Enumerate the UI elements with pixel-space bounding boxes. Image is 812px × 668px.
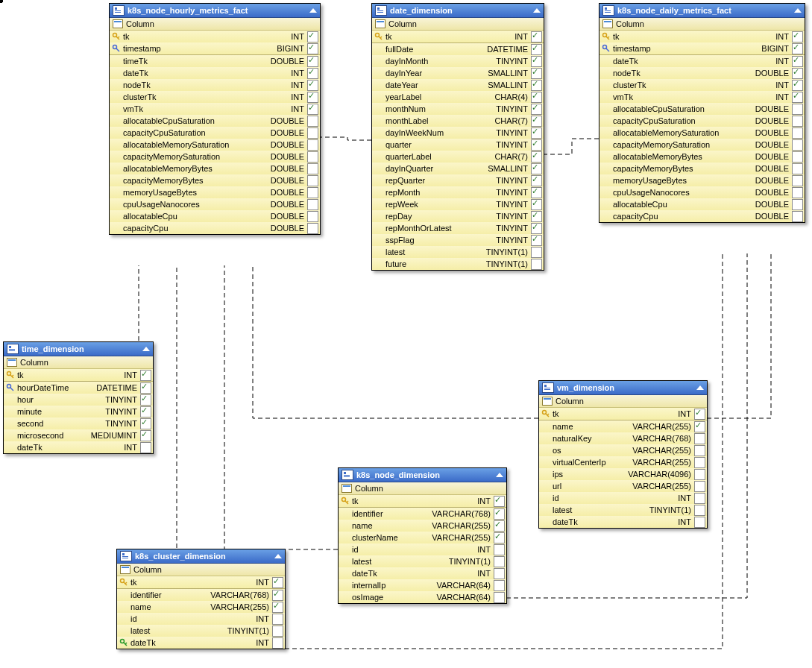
null-checkbox[interactable] bbox=[531, 211, 542, 222]
column-row[interactable]: identifierVARCHAR(768) bbox=[117, 588, 285, 601]
column-row[interactable]: osImageVARCHAR(64) bbox=[339, 591, 506, 603]
column-row[interactable]: dayInMonthTINYINT bbox=[372, 55, 544, 67]
column-row[interactable]: naturalKeyVARCHAR(768) bbox=[539, 432, 707, 444]
column-row[interactable]: allocatableCpuSaturationDOUBLE bbox=[110, 115, 320, 127]
column-row[interactable]: tkINT bbox=[339, 495, 506, 507]
column-row[interactable]: virtualCenterIpVARCHAR(255) bbox=[539, 456, 707, 468]
null-checkbox[interactable] bbox=[272, 614, 283, 625]
column-row[interactable]: latestTINYINT(1) bbox=[372, 246, 544, 258]
null-checkbox[interactable] bbox=[140, 394, 151, 406]
column-row[interactable]: timestampBIGINT bbox=[599, 42, 805, 54]
null-checkbox[interactable] bbox=[531, 151, 542, 163]
null-checkbox[interactable] bbox=[307, 163, 318, 174]
column-row[interactable]: allocatableMemoryBytesDOUBLE bbox=[599, 151, 805, 163]
column-row[interactable]: capacityCpuSaturationDOUBLE bbox=[110, 127, 320, 139]
column-row[interactable]: latestTINYINT(1) bbox=[339, 555, 506, 567]
column-row[interactable]: capacityCpuDOUBLE bbox=[599, 210, 805, 222]
null-checkbox[interactable] bbox=[792, 127, 803, 139]
column-row[interactable]: memoryUsageBytesDOUBLE bbox=[110, 186, 320, 198]
column-row[interactable]: dayInQuarterSMALLINT bbox=[372, 163, 544, 174]
null-checkbox[interactable] bbox=[694, 409, 705, 420]
column-row[interactable]: quarterTINYINT bbox=[372, 139, 544, 151]
collapse-icon[interactable] bbox=[309, 8, 317, 13]
null-checkbox[interactable] bbox=[494, 496, 505, 507]
null-checkbox[interactable] bbox=[531, 247, 542, 258]
null-checkbox[interactable] bbox=[792, 43, 803, 54]
column-row[interactable]: repDayTINYINT bbox=[372, 210, 544, 222]
column-row[interactable]: vmTkINT bbox=[599, 91, 805, 103]
null-checkbox[interactable] bbox=[307, 31, 318, 42]
column-row[interactable]: dateYearSMALLINT bbox=[372, 79, 544, 91]
column-row[interactable]: repMonthOrLatestTINYINT bbox=[372, 222, 544, 234]
column-row[interactable]: memoryUsageBytesDOUBLE bbox=[599, 174, 805, 186]
null-checkbox[interactable] bbox=[272, 577, 283, 588]
null-checkbox[interactable] bbox=[531, 68, 542, 79]
column-row[interactable]: capacityMemoryBytesDOUBLE bbox=[599, 163, 805, 174]
null-checkbox[interactable] bbox=[531, 92, 542, 103]
null-checkbox[interactable] bbox=[792, 211, 803, 222]
column-row[interactable]: osVARCHAR(255) bbox=[539, 444, 707, 456]
null-checkbox[interactable] bbox=[694, 517, 705, 528]
column-row[interactable]: idINT bbox=[539, 492, 707, 504]
null-checkbox[interactable] bbox=[307, 199, 318, 210]
column-row[interactable]: dateTkINT bbox=[117, 637, 285, 649]
null-checkbox[interactable] bbox=[694, 457, 705, 468]
column-row[interactable]: tkINT bbox=[117, 576, 285, 588]
collapse-icon[interactable] bbox=[274, 554, 282, 558]
null-checkbox[interactable] bbox=[792, 199, 803, 210]
column-row[interactable]: allocatableMemoryBytesDOUBLE bbox=[110, 163, 320, 174]
collapse-icon[interactable] bbox=[496, 473, 503, 477]
entity-date[interactable]: date_dimensionColumntkINTfullDateDATETIM… bbox=[371, 3, 544, 271]
null-checkbox[interactable] bbox=[531, 80, 542, 91]
column-row[interactable]: nameVARCHAR(255) bbox=[539, 420, 707, 432]
null-checkbox[interactable] bbox=[531, 116, 542, 127]
entity-title-bar[interactable]: date_dimension bbox=[372, 4, 544, 18]
null-checkbox[interactable] bbox=[792, 104, 803, 115]
column-row[interactable]: clusterTkINT bbox=[110, 91, 320, 103]
null-checkbox[interactable] bbox=[792, 56, 803, 67]
column-row[interactable]: monthLabelCHAR(7) bbox=[372, 115, 544, 127]
column-row[interactable]: nodeTkINT bbox=[110, 79, 320, 91]
column-row[interactable]: timestampBIGINT bbox=[110, 42, 320, 54]
null-checkbox[interactable] bbox=[494, 544, 505, 555]
entity-node[interactable]: k8s_node_dimensionColumntkINTidentifierV… bbox=[338, 467, 507, 604]
column-row[interactable]: urlVARCHAR(255) bbox=[539, 480, 707, 492]
column-row[interactable]: identifierVARCHAR(768) bbox=[339, 507, 506, 520]
null-checkbox[interactable] bbox=[140, 406, 151, 418]
collapse-icon[interactable] bbox=[696, 385, 704, 390]
column-row[interactable]: clusterNameVARCHAR(255) bbox=[339, 532, 506, 543]
null-checkbox[interactable] bbox=[694, 469, 705, 480]
column-row[interactable]: allocatableCpuDOUBLE bbox=[110, 210, 320, 222]
null-checkbox[interactable] bbox=[792, 175, 803, 186]
null-checkbox[interactable] bbox=[694, 481, 705, 492]
column-row[interactable]: capacityMemorySaturationDOUBLE bbox=[599, 139, 805, 151]
column-row[interactable]: capacityMemorySaturationDOUBLE bbox=[110, 151, 320, 163]
column-row[interactable]: latestTINYINT(1) bbox=[539, 504, 707, 516]
column-row[interactable]: secondTINYINT bbox=[4, 418, 153, 429]
null-checkbox[interactable] bbox=[531, 139, 542, 151]
entity-title-bar[interactable]: k8s_cluster_dimension bbox=[117, 549, 285, 564]
column-row[interactable]: nameVARCHAR(255) bbox=[339, 520, 506, 532]
null-checkbox[interactable] bbox=[494, 568, 505, 579]
null-checkbox[interactable] bbox=[307, 92, 318, 103]
column-row[interactable]: capacityCpuSaturationDOUBLE bbox=[599, 115, 805, 127]
null-checkbox[interactable] bbox=[531, 163, 542, 174]
column-row[interactable]: dateTkINT bbox=[539, 516, 707, 528]
column-row[interactable]: nodeTkDOUBLE bbox=[599, 67, 805, 79]
column-row[interactable]: allocatableCpuDOUBLE bbox=[599, 198, 805, 210]
null-checkbox[interactable] bbox=[272, 626, 283, 637]
null-checkbox[interactable] bbox=[307, 56, 318, 67]
column-row[interactable]: vmTkINT bbox=[110, 103, 320, 115]
null-checkbox[interactable] bbox=[140, 370, 151, 381]
column-row[interactable]: internalIpVARCHAR(64) bbox=[339, 579, 506, 591]
null-checkbox[interactable] bbox=[694, 493, 705, 504]
null-checkbox[interactable] bbox=[531, 259, 542, 270]
null-checkbox[interactable] bbox=[140, 382, 151, 394]
null-checkbox[interactable] bbox=[307, 68, 318, 79]
null-checkbox[interactable] bbox=[531, 104, 542, 115]
null-checkbox[interactable] bbox=[531, 31, 542, 42]
column-row[interactable]: repWeekTINYINT bbox=[372, 198, 544, 210]
column-row[interactable]: dateTkINT bbox=[339, 567, 506, 579]
collapse-icon[interactable] bbox=[794, 8, 802, 13]
null-checkbox[interactable] bbox=[531, 235, 542, 246]
